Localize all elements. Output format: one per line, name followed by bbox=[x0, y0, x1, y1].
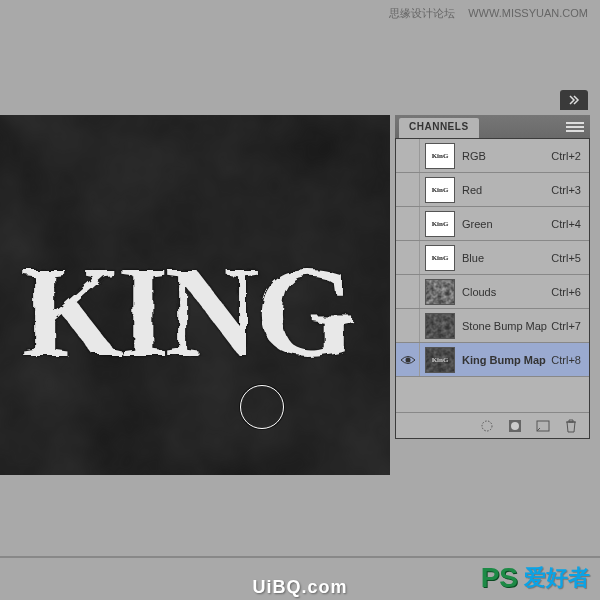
channel-row[interactable]: KinGGreenCtrl+4 bbox=[396, 207, 589, 241]
header-cn: 思缘设计论坛 bbox=[389, 7, 455, 19]
channel-shortcut: Ctrl+2 bbox=[551, 150, 583, 162]
channel-thumbnail: KinG bbox=[425, 245, 455, 271]
channel-list: KinGRGBCtrl+2KinGRedCtrl+3KinGGreenCtrl+… bbox=[395, 139, 590, 439]
channel-shortcut: Ctrl+6 bbox=[551, 286, 583, 298]
svg-point-8 bbox=[511, 422, 519, 430]
channel-name: Green bbox=[460, 218, 551, 230]
trash-icon[interactable] bbox=[563, 418, 579, 434]
channel-thumbnail: KinG bbox=[425, 347, 455, 373]
svg-rect-2 bbox=[426, 280, 454, 304]
svg-point-6 bbox=[482, 421, 492, 431]
channel-row[interactable]: Stone Bump MapCtrl+7 bbox=[396, 309, 589, 343]
chevron-right-icon bbox=[568, 95, 580, 105]
panel-collapse-button[interactable] bbox=[560, 90, 588, 110]
tab-channels[interactable]: CHANNELS bbox=[399, 118, 479, 138]
channel-row[interactable]: KinGRGBCtrl+2 bbox=[396, 139, 589, 173]
channel-shortcut: Ctrl+5 bbox=[551, 252, 583, 264]
footer-url: UiBQ.com bbox=[0, 577, 600, 598]
channel-shortcut: Ctrl+3 bbox=[551, 184, 583, 196]
brush-cursor bbox=[240, 385, 284, 429]
channel-shortcut: Ctrl+4 bbox=[551, 218, 583, 230]
channel-thumbnail bbox=[425, 279, 455, 305]
channel-name: Stone Bump Map bbox=[460, 320, 551, 332]
channel-row[interactable]: KinGRedCtrl+3 bbox=[396, 173, 589, 207]
channel-name: RGB bbox=[460, 150, 551, 162]
panel-menu-button[interactable] bbox=[566, 120, 584, 134]
eye-icon bbox=[400, 354, 416, 366]
channel-shortcut: Ctrl+8 bbox=[551, 354, 583, 366]
channel-name: Clouds bbox=[460, 286, 551, 298]
channel-row[interactable]: KinGKing Bump MapCtrl+8 bbox=[396, 343, 589, 377]
channel-shortcut: Ctrl+7 bbox=[551, 320, 583, 332]
document-canvas[interactable]: KING bbox=[0, 115, 390, 475]
visibility-toggle[interactable] bbox=[396, 207, 420, 240]
divider bbox=[0, 556, 600, 558]
channel-thumbnail: KinG bbox=[425, 177, 455, 203]
canvas-text: KING bbox=[20, 245, 351, 375]
load-selection-icon[interactable] bbox=[479, 418, 495, 434]
channel-row[interactable]: KinGBlueCtrl+5 bbox=[396, 241, 589, 275]
visibility-toggle[interactable] bbox=[396, 309, 420, 342]
channel-name: Blue bbox=[460, 252, 551, 264]
channel-name: Red bbox=[460, 184, 551, 196]
header-watermark: 思缘设计论坛 WWW.MISSYUAN.COM bbox=[389, 6, 588, 21]
svg-point-4 bbox=[405, 357, 410, 362]
visibility-toggle[interactable] bbox=[396, 139, 420, 172]
channel-thumbnail: KinG bbox=[425, 211, 455, 237]
channel-name: King Bump Map bbox=[460, 354, 551, 366]
channels-panel: CHANNELS KinGRGBCtrl+2KinGRedCtrl+3KinGG… bbox=[395, 115, 590, 439]
visibility-toggle[interactable] bbox=[396, 275, 420, 308]
panel-footer bbox=[396, 412, 589, 438]
panel-tab-bar: CHANNELS bbox=[395, 115, 590, 139]
svg-rect-3 bbox=[426, 314, 454, 338]
new-channel-icon[interactable] bbox=[535, 418, 551, 434]
visibility-toggle[interactable] bbox=[396, 343, 420, 376]
channel-thumbnail bbox=[425, 313, 455, 339]
channel-thumbnail: KinG bbox=[425, 143, 455, 169]
channel-row[interactable]: CloudsCtrl+6 bbox=[396, 275, 589, 309]
header-url: WWW.MISSYUAN.COM bbox=[468, 7, 588, 19]
visibility-toggle[interactable] bbox=[396, 173, 420, 206]
save-selection-mask-icon[interactable] bbox=[507, 418, 523, 434]
visibility-toggle[interactable] bbox=[396, 241, 420, 274]
